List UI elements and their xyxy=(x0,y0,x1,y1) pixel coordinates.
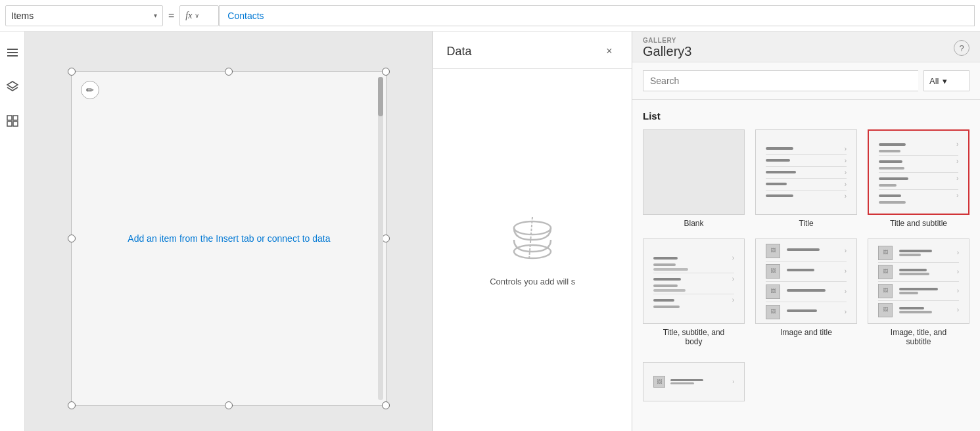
gallery-grid: Blank › › › › › xyxy=(643,129,969,346)
gallery-items-scroll[interactable]: List Blank › › xyxy=(632,100,980,431)
gallery-panel-name: Gallery3 xyxy=(643,44,691,59)
data-panel-header: Data × xyxy=(433,32,632,69)
gallery-scrollbar-thumb xyxy=(378,77,383,116)
fx-bar[interactable]: fx ∨ xyxy=(179,5,219,26)
handle-bot-left[interactable] xyxy=(68,401,76,409)
handle-mid-left[interactable] xyxy=(68,235,76,242)
formula-input[interactable] xyxy=(219,5,975,26)
gallery-item-title-subtitle-body-preview: › › › xyxy=(643,238,745,324)
name-box-value: Items xyxy=(11,11,149,21)
name-box-chevron-icon: ▾ xyxy=(154,12,157,19)
data-panel-title: Data xyxy=(446,45,471,58)
gallery-filter-chevron-icon: ▾ xyxy=(943,76,947,86)
gallery-item-image-title-preview: 🖼 › 🖼 xyxy=(755,238,857,324)
top-bar: Items ▾ = fx ∨ xyxy=(0,0,980,32)
data-panel-body: Controls you add will s xyxy=(433,69,632,431)
gallery-item-title-subtitle-body-label: Title, subtitle, andbody xyxy=(663,328,725,346)
gallery-panel-section-label: GALLERY xyxy=(643,37,691,44)
name-box[interactable]: Items ▾ xyxy=(5,5,163,26)
gallery-item-image-title-label: Image and title xyxy=(780,328,832,337)
gallery-widget[interactable]: ✏ Add an item from the Insert tab or con… xyxy=(71,71,386,406)
data-panel: Data × Controls you add will s xyxy=(432,32,632,431)
canvas-area: ✏ Add an item from the Insert tab or con… xyxy=(25,32,432,431)
handle-top-right[interactable] xyxy=(382,68,390,76)
gallery-item-title-subtitle-body[interactable]: › › › Title, subtitle, andbody xyxy=(643,238,745,346)
handle-bot-right[interactable] xyxy=(382,401,390,409)
svg-rect-1 xyxy=(7,116,12,120)
gallery-item-title[interactable]: › › › › › Title xyxy=(755,129,857,228)
gallery-list-section-label: List xyxy=(643,110,969,122)
fx-label: fx xyxy=(185,11,192,21)
handle-top-left[interactable] xyxy=(68,68,76,76)
database-icon xyxy=(506,214,559,266)
handle-bot-center[interactable] xyxy=(225,401,233,409)
gallery-scrollbar[interactable] xyxy=(378,77,383,400)
gallery-item-blank-preview xyxy=(643,129,745,215)
fx-chevron-icon: ∨ xyxy=(195,12,199,19)
svg-rect-4 xyxy=(13,122,18,126)
main-area: ✏ Add an item from the Insert tab or con… xyxy=(0,32,980,431)
svg-rect-3 xyxy=(7,122,12,126)
svg-marker-0 xyxy=(7,81,18,88)
gallery-item-partial[interactable]: 🖼 › xyxy=(643,362,745,405)
gallery-item-title-subtitle[interactable]: › › › › Title and s xyxy=(868,129,969,228)
handle-top-center[interactable] xyxy=(225,68,233,76)
handle-mid-right[interactable] xyxy=(382,235,390,242)
gallery-item-image-title-subtitle-preview: 🖼 › 🖼 xyxy=(868,238,969,324)
svg-rect-2 xyxy=(13,116,18,120)
gallery-item-partial-preview: 🖼 › xyxy=(643,362,745,401)
gallery-item-title-preview: › › › › › xyxy=(755,129,857,215)
equals-label: = xyxy=(163,10,179,22)
gallery-panel-header: GALLERY Gallery3 ? xyxy=(632,32,980,62)
data-panel-close-button[interactable]: × xyxy=(600,42,618,60)
layers-icon[interactable] xyxy=(2,76,23,97)
gallery-filter-value: All xyxy=(929,76,939,86)
gallery-item-image-title-subtitle-label: Image, title, andsubtitle xyxy=(891,328,946,346)
components-icon[interactable] xyxy=(2,110,23,131)
gallery-item-blank[interactable]: Blank xyxy=(643,129,745,228)
gallery-item-blank-label: Blank xyxy=(684,219,703,228)
gallery-search-input[interactable] xyxy=(643,70,918,91)
gallery-item-title-label: Title xyxy=(799,219,813,228)
edit-icon-button[interactable]: ✏ xyxy=(81,81,99,99)
gallery-filter-dropdown[interactable]: All ▾ xyxy=(923,70,969,91)
left-sidebar xyxy=(0,32,25,431)
gallery-item-image-title-subtitle[interactable]: 🖼 › 🖼 xyxy=(868,238,969,346)
gallery-grid-row2: 🖼 › xyxy=(643,362,969,405)
gallery-placeholder-text: Add an item from the Insert tab or conne… xyxy=(128,233,330,244)
gallery-item-image-title[interactable]: 🖼 › 🖼 xyxy=(755,238,857,346)
svg-line-6 xyxy=(529,217,532,260)
gallery-item-title-subtitle-label: Title and subtitle xyxy=(890,219,947,228)
hamburger-menu-icon[interactable] xyxy=(2,42,23,63)
gallery-panel-help-button[interactable]: ? xyxy=(954,40,969,56)
gallery-search-row: All ▾ xyxy=(632,62,980,100)
gallery-item-title-subtitle-preview: › › › › xyxy=(868,129,969,215)
gallery-panel: GALLERY Gallery3 ? All ▾ List Bl xyxy=(632,32,980,431)
data-panel-description: Controls you add will s xyxy=(490,277,575,286)
